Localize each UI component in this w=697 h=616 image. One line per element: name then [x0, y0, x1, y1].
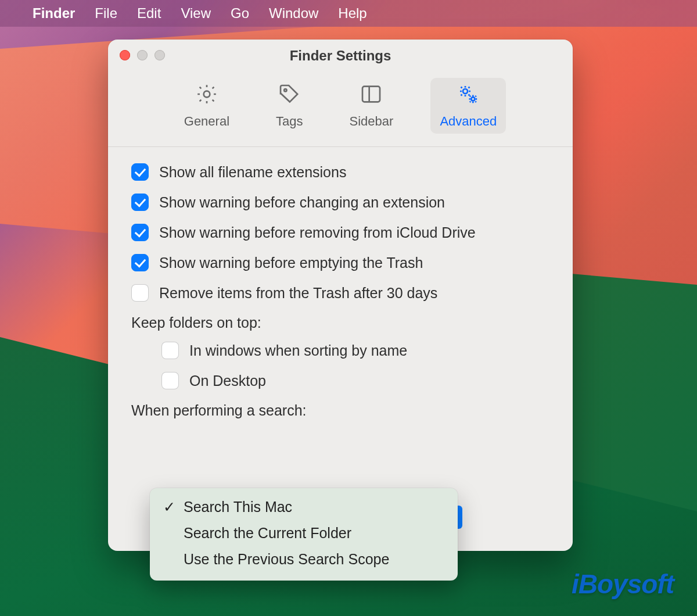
tab-label: Tags: [276, 114, 303, 129]
menu-go[interactable]: Go: [231, 5, 249, 22]
svg-rect-2: [362, 87, 380, 102]
checkbox-trash-30-days[interactable]: [131, 284, 149, 302]
search-scope-menu: ✓ Search This Mac Search the Current Fol…: [150, 488, 458, 581]
checkbox-label: Show warning before removing from iCloud…: [159, 224, 476, 241]
checkbox-show-extensions[interactable]: [131, 163, 149, 181]
checkmark-icon: ✓: [163, 499, 175, 515]
gears-icon: [457, 83, 480, 109]
zoom-window-button[interactable]: [155, 50, 165, 60]
tab-advanced[interactable]: Advanced: [430, 78, 506, 134]
menu-help[interactable]: Help: [338, 5, 367, 22]
search-section-label: When performing a search:: [131, 402, 549, 419]
tab-general[interactable]: General: [175, 78, 239, 134]
checkbox-label: Show warning before changing an extensio…: [159, 194, 445, 211]
tab-tags[interactable]: Tags: [267, 78, 312, 134]
checkbox-warn-empty-trash[interactable]: [131, 254, 149, 271]
menu-view[interactable]: View: [181, 5, 211, 22]
menu-file[interactable]: File: [95, 5, 117, 22]
svg-point-0: [204, 91, 210, 98]
menu-app-name[interactable]: Finder: [33, 5, 75, 22]
minimize-window-button[interactable]: [137, 50, 148, 60]
option-label: Search the Current Folder: [184, 525, 351, 542]
watermark-logo: iBoysoft: [572, 568, 674, 600]
tab-sidebar[interactable]: Sidebar: [340, 78, 403, 134]
window-title: Finder Settings: [108, 48, 573, 64]
checkbox-label: Show warning before emptying the Trash: [159, 255, 423, 271]
gear-icon: [195, 83, 218, 109]
sidebar-icon: [360, 83, 383, 109]
menu-edit[interactable]: Edit: [137, 5, 161, 22]
menu-bar: Finder File Edit View Go Window Help: [0, 0, 697, 27]
tab-label: Advanced: [440, 114, 497, 129]
svg-point-5: [471, 97, 475, 101]
checkbox-label: On Desktop: [189, 373, 266, 389]
tab-label: General: [184, 114, 229, 129]
keep-folders-section-label: Keep folders on top:: [131, 314, 549, 331]
checkbox-folders-top-windows[interactable]: [161, 342, 179, 359]
tag-icon: [278, 83, 301, 109]
tab-label: Sidebar: [350, 114, 394, 129]
titlebar: Finder Settings: [108, 40, 573, 72]
checkbox-folders-top-desktop[interactable]: [161, 372, 179, 389]
checkbox-warn-icloud-remove[interactable]: [131, 224, 149, 241]
finder-settings-window: Finder Settings General Tags Sidebar Adv…: [108, 40, 573, 551]
menu-window[interactable]: Window: [269, 5, 318, 22]
checkbox-label: Show all filename extensions: [159, 164, 346, 181]
search-option-current-folder[interactable]: Search the Current Folder: [150, 520, 458, 546]
option-label: Search This Mac: [184, 499, 292, 515]
checkbox-warn-change-extension[interactable]: [131, 194, 149, 211]
checkbox-label: Remove items from the Trash after 30 day…: [159, 285, 437, 302]
close-window-button[interactable]: [120, 50, 130, 60]
search-option-previous-scope[interactable]: Use the Previous Search Scope: [150, 546, 458, 572]
settings-toolbar: General Tags Sidebar Advanced: [108, 72, 573, 147]
svg-point-4: [463, 89, 468, 94]
search-option-this-mac[interactable]: ✓ Search This Mac: [150, 494, 458, 520]
advanced-pane: Show all filename extensions Show warnin…: [108, 147, 573, 453]
checkbox-label: In windows when sorting by name: [189, 342, 407, 359]
svg-point-1: [284, 89, 286, 91]
option-label: Use the Previous Search Scope: [184, 551, 389, 568]
